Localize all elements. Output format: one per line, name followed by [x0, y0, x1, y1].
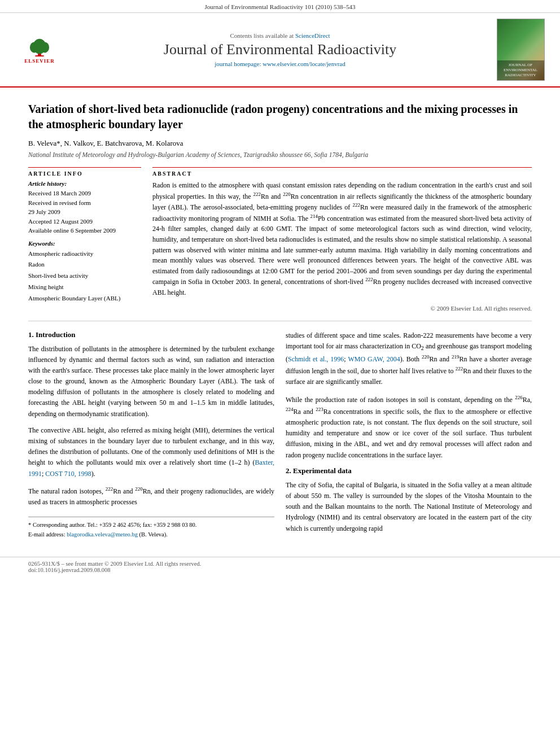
section-divider — [28, 321, 532, 321]
journal-title-section: Contents lists available at ScienceDirec… — [68, 32, 492, 67]
elsevier-logo-section: ELSEVIER — [11, 36, 68, 64]
journal-title: Journal of Environmental Radioactivity — [68, 41, 492, 58]
revised-label: Received in revised form — [28, 198, 141, 208]
footnote-email: E-mail address: blagorodka.veleva@meteo.… — [28, 530, 274, 540]
affiliation: National Institute of Meteorology and Hy… — [28, 151, 532, 158]
body-content: 1. Introduction The distribution of poll… — [28, 330, 532, 540]
sciencedirect-line: Contents lists available at ScienceDirec… — [68, 32, 492, 39]
journal-homepage: journal homepage: www.elsevier.com/locat… — [68, 60, 492, 67]
body-left-column: 1. Introduction The distribution of poll… — [28, 330, 274, 540]
accepted-date: Accepted 12 August 2009 — [28, 217, 141, 226]
footnotes-section: * Corresponding author. Tel.: +359 2 462… — [28, 517, 274, 540]
ref-cost710[interactable]: COST 710, 1998 — [45, 470, 91, 478]
section1-number: 1. — [28, 330, 34, 339]
article-title: Variation of short-lived beta radionucli… — [28, 102, 532, 132]
keyword-2: Radon — [28, 259, 141, 270]
abstract-heading: ABSTRACT — [152, 168, 532, 180]
section1-heading: Introduction — [36, 330, 76, 339]
top-bar: Journal of Environmental Radioactivity 1… — [0, 0, 560, 13]
ref-schmidt[interactable]: Schmidt et al., 1996 — [288, 355, 344, 363]
section2-para1: The city of Sofia, the capital of Bulgar… — [286, 480, 532, 534]
keyword-4: Mixing height — [28, 282, 141, 293]
received-date: Received 18 March 2009 — [28, 189, 141, 198]
section1-right-para1: studies of different space and time scal… — [286, 330, 532, 388]
footnote-corresponding: * Corresponding author. Tel.: +359 2 462… — [28, 521, 274, 530]
revised-date: 29 July 2009 — [28, 207, 141, 217]
email-link[interactable]: blagorodka.veleva@meteo.bg — [67, 531, 138, 538]
article-info-heading: ARTICLE INFO — [28, 168, 141, 180]
svg-point-3 — [41, 42, 49, 53]
journal-citation: Journal of Environmental Radioactivity 1… — [204, 3, 355, 10]
keyword-5: Atmospheric Boundary Layer (ABL) — [28, 293, 141, 304]
keyword-3: Short-lived beta activity — [28, 270, 141, 282]
elsevier-logo: ELSEVIER — [17, 36, 62, 64]
journal-cover: JOURNAL OF ENVIRONMENTAL RADIOACTIVITY — [492, 19, 549, 81]
bottom-info: 0265-931X/$ – see front matter © 2009 El… — [0, 557, 560, 576]
svg-rect-5 — [35, 55, 43, 56]
section2-number: 2. — [286, 466, 291, 475]
issn-line: 0265-931X/$ – see front matter © 2009 El… — [28, 561, 201, 567]
section2-heading: Experimental data — [293, 466, 352, 475]
article-info-column: ARTICLE INFO Article history: Received 1… — [28, 167, 141, 312]
body-right-column: studies of different space and time scal… — [286, 330, 532, 540]
keyword-1: Atmospheric radioactivity — [28, 248, 141, 260]
section1-title: 1. Introduction — [28, 330, 274, 339]
copyright: © 2009 Elsevier Ltd. All rights reserved… — [152, 303, 532, 312]
section1-para3: The natural radon isotopes, 222Rn and 22… — [28, 485, 274, 508]
history-label: Article history: — [28, 180, 141, 187]
keywords-list: Atmospheric radioactivity Radon Short-li… — [28, 248, 141, 304]
svg-point-2 — [30, 42, 38, 53]
section2-title: 2. Experimental data — [286, 466, 532, 475]
keywords-label: Keywords: — [28, 240, 141, 247]
authors-text: B. Veleva*, N. Valkov, E. Batchvarova, M… — [28, 139, 183, 147]
keywords-section: Keywords: Atmospheric radioactivity Rado… — [28, 240, 141, 304]
sciencedirect-link[interactable]: ScienceDirect — [295, 32, 330, 39]
elsevier-label: ELSEVIER — [24, 58, 55, 64]
section1-para1: The distribution of pollutants in the at… — [28, 344, 274, 420]
cover-image: JOURNAL OF ENVIRONMENTAL RADIOACTIVITY — [497, 19, 545, 81]
cover-title: JOURNAL OF ENVIRONMENTAL RADIOACTIVITY — [497, 60, 544, 80]
main-content: Variation of short-lived beta radionucli… — [0, 88, 560, 551]
issn-info: 0265-931X/$ – see front matter © 2009 El… — [28, 561, 201, 573]
doi-line: doi:10.1016/j.jenvrad.2009.08.008 — [28, 567, 201, 573]
online-date: Available online 6 September 2009 — [28, 226, 141, 235]
homepage-link[interactable]: journal homepage: www.elsevier.com/locat… — [215, 60, 345, 67]
elsevier-tree-icon — [23, 36, 56, 57]
abstract-text: Radon is emitted to the atmosphere with … — [152, 180, 532, 298]
section1-right-para2: While the production rate of radon isoto… — [286, 394, 532, 461]
article-history: Article history: Received 18 March 2009 … — [28, 180, 141, 235]
journal-header: ELSEVIER Contents lists available at Sci… — [0, 13, 560, 88]
authors: B. Veleva*, N. Valkov, E. Batchvarova, M… — [28, 139, 532, 148]
section1-para2: The convective ABL height, also referred… — [28, 425, 274, 479]
abstract-column: ABSTRACT Radon is emitted to the atmosph… — [152, 167, 532, 312]
ref-wmo[interactable]: WMO GAW, 2004 — [348, 355, 400, 363]
info-abstract-section: ARTICLE INFO Article history: Received 1… — [28, 167, 532, 312]
